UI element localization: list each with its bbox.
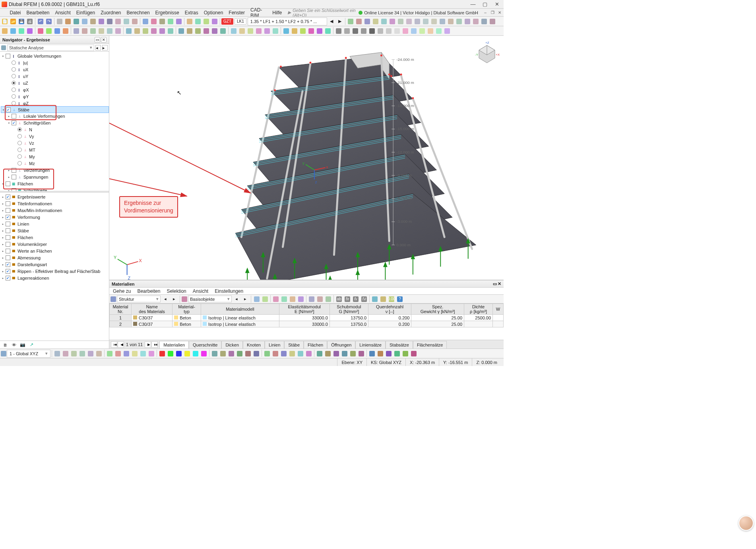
mat-tool[interactable] — [280, 295, 288, 303]
tool2-generic[interactable] — [246, 27, 254, 35]
tool2-generic[interactable] — [418, 27, 426, 35]
radio[interactable] — [12, 94, 16, 99]
tab-prev[interactable]: ◀ — [118, 341, 124, 348]
tool-undo[interactable]: ↶ — [37, 18, 45, 25]
tool2-generic[interactable] — [335, 27, 343, 35]
tool2-generic[interactable] — [9, 27, 17, 35]
tab-öffnungen[interactable]: Öffnungen — [327, 341, 355, 348]
btool[interactable] — [78, 350, 86, 358]
tool-generic[interactable] — [355, 18, 363, 25]
tool-generic[interactable] — [114, 18, 122, 25]
tree-lower[interactable]: Darstellungsart — [17, 262, 47, 267]
btool[interactable] — [106, 350, 114, 358]
btool[interactable] — [95, 350, 103, 358]
mdi-close[interactable]: ✕ — [496, 10, 503, 16]
tool2-generic[interactable] — [26, 27, 34, 35]
loadcase-combo[interactable]: 1.35 * LF1 + 1.50 * LF2 + 0.75 * ... — [248, 18, 327, 25]
mat-tool[interactable] — [371, 295, 379, 303]
tree-lower[interactable]: Abmessung — [17, 255, 41, 260]
btool[interactable] — [147, 350, 155, 358]
mat-tool[interactable]: fx̄ — [360, 295, 368, 303]
tool-generic[interactable] — [89, 18, 97, 25]
menu-ergebnisse[interactable]: Ergebnisse — [153, 9, 182, 16]
tree-gv-|u|[interactable]: |u| — [22, 60, 28, 65]
tree-lower[interactable]: Titelinformationen — [17, 201, 52, 206]
radio[interactable] — [17, 141, 22, 145]
tool2-generic[interactable] — [351, 27, 359, 35]
tool2-generic[interactable] — [443, 27, 451, 35]
col-head[interactable]: W — [493, 304, 504, 315]
tool-redo[interactable]: ↷ — [45, 18, 53, 25]
tool2-generic[interactable] — [106, 27, 114, 35]
tool-generic[interactable] — [347, 18, 355, 25]
tool-generic[interactable] — [372, 18, 380, 25]
btool[interactable] — [122, 350, 130, 358]
tree-lower[interactable]: Volumenkörper — [17, 242, 47, 247]
materials-float-icon[interactable]: ▭ — [493, 281, 497, 286]
tool2-generic[interactable] — [230, 27, 238, 35]
mat-tool[interactable]: fx — [343, 295, 351, 303]
tool2-generic[interactable] — [343, 27, 351, 35]
btool[interactable] — [376, 350, 384, 358]
tree-sg-Vz[interactable]: Vz — [28, 141, 34, 146]
tool2-generic[interactable] — [410, 27, 418, 35]
tab-last[interactable]: ⏭ — [151, 341, 158, 348]
tab-materialien[interactable]: Materialien — [159, 341, 189, 348]
tool-generic[interactable] — [413, 18, 421, 25]
tree-gv-φX[interactable]: φX — [22, 88, 29, 92]
tool2-generic[interactable] — [45, 27, 53, 35]
tool-generic[interactable] — [388, 18, 396, 25]
col-head[interactable]: MaterialNr. — [110, 304, 132, 315]
tree-lower[interactable]: Lagerreaktionen — [17, 276, 49, 280]
tree-sg-N[interactable]: N — [28, 127, 32, 132]
navigator-close-icon[interactable]: ✕ — [101, 37, 107, 43]
tree-lower[interactable]: Ergebniswerte — [17, 195, 45, 199]
tab-next[interactable]: ▶ — [145, 341, 151, 348]
tool2-generic[interactable] — [97, 27, 105, 35]
tool-generic[interactable] — [142, 18, 149, 25]
mat-tool[interactable] — [272, 295, 280, 303]
tool2-generic[interactable] — [299, 27, 307, 35]
tool2-generic[interactable] — [263, 27, 271, 35]
tool-generic[interactable] — [363, 18, 371, 25]
tree-sg-MT[interactable]: MT — [28, 148, 35, 152]
radio[interactable] — [17, 134, 22, 138]
tree-gv-uZ[interactable]: uZ — [22, 81, 28, 86]
btool[interactable] — [410, 350, 418, 358]
btool[interactable] — [244, 350, 252, 358]
tool-generic[interactable] — [380, 18, 388, 25]
radio[interactable] — [17, 161, 22, 165]
struct-dropdown[interactable]: Struktur▾ — [117, 296, 161, 302]
tool2-generic[interactable] — [291, 27, 299, 35]
tab-first[interactable]: ⏮ — [111, 341, 117, 348]
btool[interactable] — [385, 350, 393, 358]
radio[interactable] — [12, 81, 16, 85]
col-head[interactable]: Dichteρ [kg/m³] — [464, 304, 493, 315]
tool2-generic[interactable] — [158, 27, 166, 35]
nav-arrow-icon[interactable]: ↗ — [28, 342, 35, 348]
keyword-search[interactable]: ▶ Geben Sie ein Schlüsselwort ein (Alt+Q… — [285, 9, 356, 16]
tool2-generic[interactable] — [401, 27, 409, 35]
menu-ansicht[interactable]: Ansicht — [52, 9, 73, 16]
table-row[interactable]: 2 C30/37 Beton Isotrop | Linear elastisc… — [110, 321, 504, 327]
tree-lower[interactable]: Verformung — [17, 215, 40, 220]
col-head[interactable]: Querdehnzahlν [--] — [368, 304, 411, 315]
tool-generic[interactable] — [122, 18, 130, 25]
tool2-generic[interactable] — [17, 27, 25, 35]
btool[interactable] — [139, 350, 147, 358]
btool[interactable] — [62, 350, 70, 358]
btool[interactable] — [316, 350, 324, 358]
tree-sg-Vy[interactable]: Vy — [28, 134, 34, 139]
btool[interactable] — [393, 350, 401, 358]
materials-close-icon[interactable]: ✕ — [498, 281, 501, 286]
tool2-generic[interactable] — [219, 27, 227, 35]
tree-gv-φY[interactable]: φY — [22, 94, 29, 99]
struct-prev[interactable]: ◂ — [161, 295, 169, 303]
menu-fenster[interactable]: Fenster — [226, 9, 248, 16]
tool2-generic[interactable] — [368, 27, 376, 35]
tree-gv-uX[interactable]: uX — [22, 67, 28, 72]
btool[interactable] — [332, 350, 340, 358]
tool2-generic[interactable] — [324, 27, 332, 35]
mat-tool[interactable] — [289, 295, 297, 303]
loadcase-id[interactable]: LK1 — [235, 18, 246, 25]
